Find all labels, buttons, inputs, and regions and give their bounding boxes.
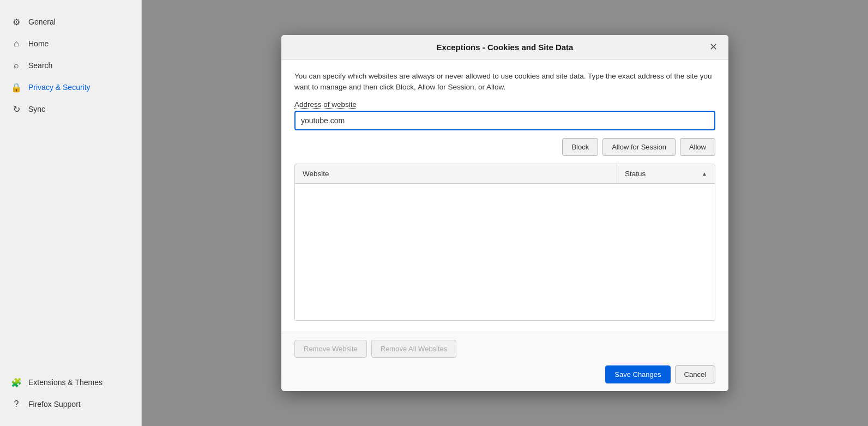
allow-button[interactable]: Allow [680,138,715,156]
cancel-button[interactable]: Cancel [675,365,715,383]
sidebar-item-extensions-themes[interactable]: 🧩 Extensions & Themes [0,371,141,393]
block-button[interactable]: Block [562,138,598,156]
sidebar-item-label: Firefox Support [28,400,81,409]
sidebar: ⚙ General ⌂ Home ⌕ Search 🔒 Privacy & Se… [0,0,142,426]
sort-arrow-icon[interactable]: ▲ [702,171,707,177]
dialog-title: Exceptions - Cookies and Site Data [437,43,574,52]
close-button[interactable]: ✕ [706,39,721,55]
footer-remove-buttons: Remove Website Remove All Websites [294,340,715,358]
exceptions-dialog: Exceptions - Cookies and Site Data ✕ You… [281,35,728,392]
sidebar-item-label: Sync [28,105,45,113]
extensions-icon: 🧩 [11,377,22,388]
sidebar-item-label: Home [28,39,49,48]
action-buttons: Block Allow for Session Allow [294,138,715,156]
lock-icon: 🔒 [11,82,22,93]
modal-overlay: Exceptions - Cookies and Site Data ✕ You… [142,0,868,426]
address-label: Address of website [294,100,715,109]
search-icon: ⌕ [11,60,22,71]
sidebar-item-sync[interactable]: ↻ Sync [0,98,141,120]
main-content: Exceptions - Cookies and Site Data ✕ You… [142,0,868,426]
dialog-header: Exceptions - Cookies and Site Data ✕ [281,35,728,60]
dialog-footer: Remove Website Remove All Websites Save … [281,332,728,391]
col-status-label: Status [625,170,646,178]
sidebar-item-label: General [28,17,56,26]
sidebar-item-label: Privacy & Security [28,83,91,92]
gear-icon: ⚙ [11,16,22,27]
table-header: Website Status ▲ [295,164,715,184]
sidebar-item-general[interactable]: ⚙ General [0,11,141,33]
sidebar-bottom: 🧩 Extensions & Themes ? Firefox Support [0,371,141,415]
sidebar-item-search[interactable]: ⌕ Search [0,55,141,76]
col-status: Status ▲ [617,164,715,183]
remove-website-button[interactable]: Remove Website [294,340,367,358]
dialog-description: You can specify which websites are alway… [294,71,715,93]
exceptions-table: Website Status ▲ [294,164,715,321]
dialog-body: You can specify which websites are alway… [281,60,728,332]
col-website: Website [295,164,617,183]
allow-for-session-button[interactable]: Allow for Session [602,138,676,156]
sidebar-item-label: Extensions & Themes [28,378,103,387]
sync-icon: ↻ [11,104,22,115]
remove-all-websites-button[interactable]: Remove All Websites [371,340,457,358]
save-changes-button[interactable]: Save Changes [605,365,670,383]
sidebar-item-home[interactable]: ⌂ Home [0,33,141,55]
sidebar-item-firefox-support[interactable]: ? Firefox Support [0,393,141,415]
address-section: Address of website [294,100,715,130]
sidebar-item-privacy-security[interactable]: 🔒 Privacy & Security [0,76,141,98]
address-input[interactable] [294,111,715,130]
help-icon: ? [11,399,22,410]
sidebar-item-label: Search [28,61,52,70]
footer-action-buttons: Save Changes Cancel [294,365,715,383]
home-icon: ⌂ [11,38,22,49]
table-body [295,184,715,320]
